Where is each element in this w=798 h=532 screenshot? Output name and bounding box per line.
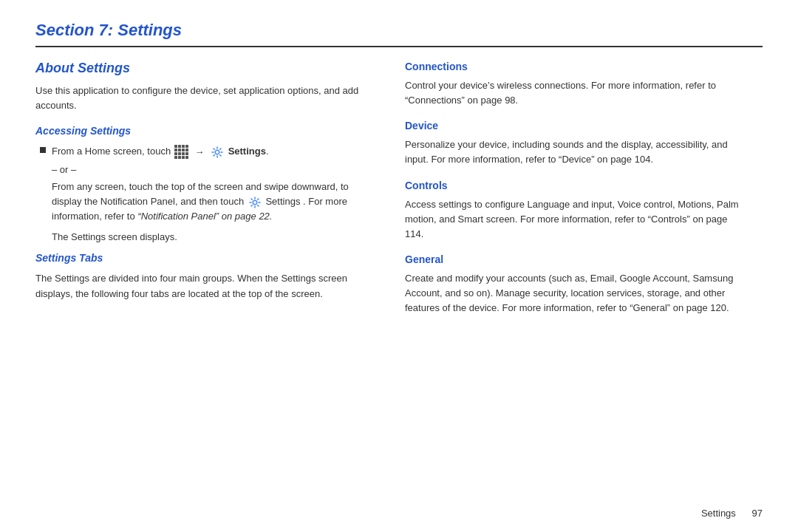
page: Section 7: Settings About Settings Use t… (0, 0, 798, 532)
svg-point-0 (215, 150, 219, 154)
page-footer: Settings 97 (701, 508, 763, 519)
device-title: Device (405, 120, 745, 132)
footer-page-number: 97 (752, 508, 763, 519)
apps-grid-icon (175, 146, 188, 159)
bullet-text-home-screen: From a Home screen, touch → (52, 144, 269, 160)
settings-tabs-text: The Settings are divided into four main … (35, 271, 375, 301)
followup-text-notification: From any screen, touch the top of the sc… (52, 180, 375, 224)
controls-title: Controls (405, 180, 745, 191)
about-settings-title: About Settings (35, 61, 375, 76)
settings-gear-icon (211, 146, 224, 159)
general-text: Create and modify your accounts (such as… (405, 271, 745, 316)
settings-tabs-title: Settings Tabs (35, 252, 375, 264)
section-divider (35, 46, 763, 47)
accessing-settings-title: Accessing Settings (35, 125, 375, 137)
connections-title: Connections (405, 61, 745, 72)
footer-label: Settings (701, 508, 736, 519)
connections-text: Control your device’s wireless connectio… (405, 78, 745, 108)
svg-point-1 (253, 200, 257, 205)
bullet-item-home-screen: From a Home screen, touch → (40, 144, 375, 160)
controls-text: Access settings to configure Language an… (405, 197, 745, 242)
settings-gear-icon-2 (248, 196, 262, 209)
bullet-square-icon (40, 147, 46, 153)
content-columns: About Settings Use this application to c… (35, 61, 763, 327)
section-title: Section 7: Settings (35, 21, 763, 40)
device-text: Personalize your device, including sound… (405, 137, 745, 167)
or-line: – or – (52, 164, 375, 175)
arrow-icon: → (194, 145, 204, 160)
followup-text-displays: The Settings screen displays. (52, 230, 375, 245)
general-title: General (405, 253, 745, 265)
left-column: About Settings Use this application to c… (35, 61, 375, 327)
about-settings-text: Use this application to configure the de… (35, 83, 375, 113)
right-column: Connections Control your device’s wirele… (405, 61, 745, 327)
